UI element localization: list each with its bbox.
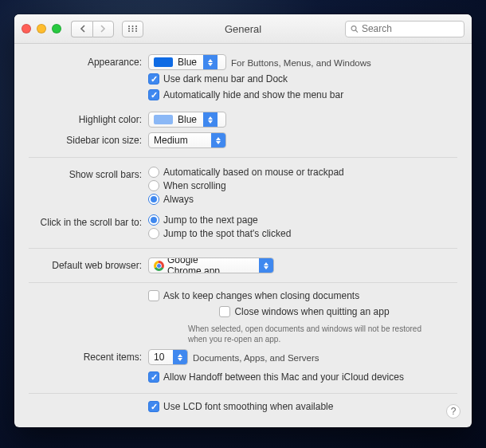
blue-swatch-icon <box>154 57 173 67</box>
dark-menu-checkbox[interactable]: Use dark menu bar and Dock <box>148 73 288 84</box>
radio-label: When scrolling <box>163 180 226 191</box>
handoff-checkbox[interactable]: Allow Handoff between this Mac and your … <box>148 371 404 383</box>
help-button[interactable]: ? <box>446 404 461 419</box>
search-icon <box>351 25 359 33</box>
forward-button[interactable] <box>92 21 114 37</box>
divider <box>29 248 457 249</box>
chevron-updown-icon <box>259 258 273 273</box>
window-controls <box>22 24 61 33</box>
appearance-label: Appearance: <box>14 54 148 68</box>
divider <box>29 282 457 283</box>
click-next-page-radio[interactable]: Jump to the next page <box>148 214 291 226</box>
svg-point-9 <box>351 26 356 30</box>
autohide-menubar-checkbox[interactable]: Automatically hide and show the menu bar <box>148 89 343 100</box>
svg-point-4 <box>132 28 134 29</box>
checkbox-label: Allow Handoff between this Mac and your … <box>163 371 404 383</box>
chrome-icon <box>154 261 164 271</box>
svg-point-0 <box>128 26 130 27</box>
ask-keep-changes-checkbox[interactable]: Ask to keep changes when closing documen… <box>148 290 359 301</box>
appearance-value: Blue <box>178 57 197 68</box>
preferences-window: General Appearance: Blue For Buttons, Me… <box>14 14 472 427</box>
content: Appearance: Blue For Buttons, Menus, and… <box>14 44 472 427</box>
svg-point-6 <box>128 30 130 32</box>
svg-point-1 <box>132 26 134 27</box>
scroll-always-radio[interactable]: Always <box>148 194 344 205</box>
default-browser-select[interactable]: Google Chrome.app <box>148 257 274 273</box>
chevron-updown-icon <box>203 112 218 127</box>
appearance-desc: For Buttons, Menus, and Windows <box>231 57 371 68</box>
close-windows-checkbox[interactable]: Close windows when quitting an app <box>219 306 389 317</box>
highlight-color-select[interactable]: Blue <box>148 112 226 128</box>
recent-items-value: 10 <box>154 352 167 363</box>
recent-items-desc: Documents, Apps, and Servers <box>193 352 319 363</box>
radio-label: Always <box>163 194 194 205</box>
search-field[interactable] <box>345 21 464 37</box>
scroll-auto-radio[interactable]: Automatically based on mouse or trackpad <box>148 167 344 178</box>
zoom-window-button[interactable] <box>52 24 61 33</box>
checkbox-label: Use dark menu bar and Dock <box>163 73 288 84</box>
scrollbars-label: Show scroll bars: <box>14 167 148 180</box>
sidebar-icon-select[interactable]: Medium <box>148 132 226 148</box>
checkbox-label: Ask to keep changes when closing documen… <box>163 290 359 301</box>
chevron-updown-icon <box>211 133 225 147</box>
click-scrollbar-label: Click in the scroll bar to: <box>14 214 148 228</box>
svg-point-2 <box>135 26 137 27</box>
checkbox-label: Close windows when quitting an app <box>234 306 389 317</box>
radio-label: Jump to the spot that's clicked <box>163 228 291 239</box>
titlebar: General <box>14 14 472 44</box>
divider <box>29 157 457 158</box>
radio-label: Automatically based on mouse or trackpad <box>163 167 344 178</box>
click-spot-radio[interactable]: Jump to the spot that's clicked <box>148 228 291 239</box>
default-browser-value: Google Chrome.app <box>167 257 253 273</box>
show-all-button[interactable] <box>122 21 143 37</box>
svg-line-10 <box>355 30 358 33</box>
highlight-value: Blue <box>178 114 197 125</box>
default-browser-label: Default web browser: <box>14 257 148 271</box>
back-button[interactable] <box>71 21 92 37</box>
chevron-updown-icon <box>203 55 218 69</box>
svg-point-5 <box>135 28 137 29</box>
nav-buttons <box>71 21 114 37</box>
chevron-updown-icon <box>173 350 187 364</box>
divider <box>29 393 457 394</box>
recent-items-select[interactable]: 10 <box>148 349 188 365</box>
appearance-select[interactable]: Blue <box>148 54 226 70</box>
close-windows-help: When selected, open documents and window… <box>173 322 436 346</box>
recent-items-label: Recent items: <box>14 349 148 363</box>
scroll-when-scrolling-radio[interactable]: When scrolling <box>148 180 344 191</box>
highlight-label: Highlight color: <box>14 112 148 125</box>
minimize-window-button[interactable] <box>37 24 46 33</box>
lcd-font-smoothing-checkbox[interactable]: Use LCD font smoothing when available <box>148 401 333 412</box>
svg-point-3 <box>128 28 130 29</box>
search-input[interactable] <box>362 23 459 34</box>
svg-point-7 <box>132 30 134 32</box>
sidebar-icon-label: Sidebar icon size: <box>14 132 148 146</box>
highlight-swatch-icon <box>154 115 173 124</box>
close-window-button[interactable] <box>22 24 31 33</box>
checkbox-label: Automatically hide and show the menu bar <box>163 89 343 100</box>
sidebar-icon-value: Medium <box>154 135 205 146</box>
checkbox-label: Use LCD font smoothing when available <box>163 401 333 412</box>
radio-label: Jump to the next page <box>163 214 258 226</box>
svg-point-8 <box>135 30 137 32</box>
